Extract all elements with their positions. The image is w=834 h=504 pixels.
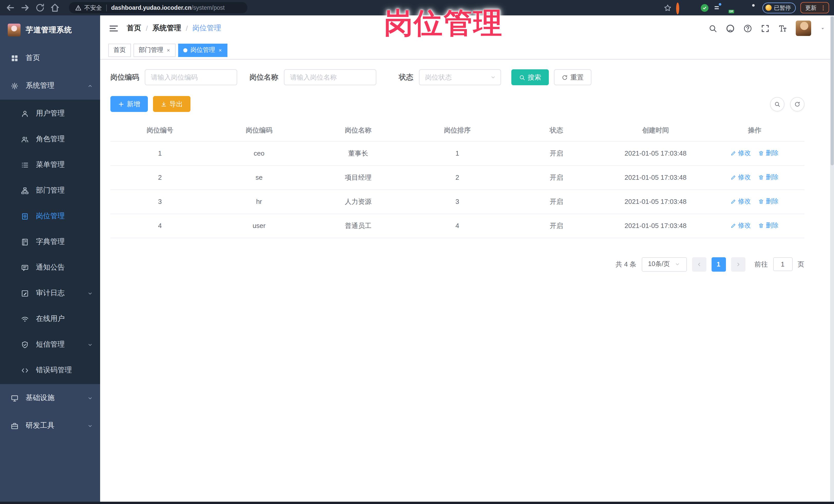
delete-link[interactable]: 删除 xyxy=(759,173,778,182)
sidebar-menu: 首页系统管理用户管理角色管理菜单管理部门管理岗位管理字典管理通知公告审计日志在线… xyxy=(0,44,100,440)
cell-actions: 修改删除 xyxy=(705,165,804,190)
post-name-input[interactable] xyxy=(284,69,376,85)
sidebar-item-dict-management[interactable]: 字典管理 xyxy=(0,229,100,255)
browser-update-button[interactable]: 更新 xyxy=(800,2,829,13)
trash-icon xyxy=(759,199,764,204)
sidebar-item-role-management[interactable]: 角色管理 xyxy=(0,126,100,152)
extension-gr-icon[interactable] xyxy=(725,4,733,12)
sidebar-item-error-code-management[interactable]: 错误码管理 xyxy=(0,357,100,383)
online-users-icon xyxy=(21,315,29,323)
cell-status: 开启 xyxy=(507,165,606,190)
sidebar-item-notice-announcement[interactable]: 通知公告 xyxy=(0,255,100,280)
browser-home-icon[interactable] xyxy=(50,3,60,13)
sidebar-item-menu-management[interactable]: 菜单管理 xyxy=(0,152,100,178)
font-size-icon[interactable] xyxy=(778,24,787,32)
help-icon[interactable] xyxy=(743,24,752,32)
sidebar-item-sms-management[interactable]: 短信管理 xyxy=(0,332,100,357)
cell-sort: 3 xyxy=(408,190,507,214)
sidebar-item-audit-log[interactable]: 审计日志 xyxy=(0,280,100,306)
sidebar-item-user-management[interactable]: 用户管理 xyxy=(0,101,100,126)
extension-leaf-icon[interactable] xyxy=(738,4,745,12)
sidebar-item-dept-management[interactable]: 部门管理 xyxy=(0,178,100,203)
tags-view-bar: 首页部门管理岗位管理 xyxy=(100,41,834,60)
scrollbar[interactable] xyxy=(830,16,834,501)
breadcrumb-item[interactable]: 系统管理 xyxy=(152,24,181,33)
next-page-button[interactable] xyxy=(731,257,745,271)
scrollbar-thumb[interactable] xyxy=(830,17,833,165)
sidebar-item-infrastructure[interactable]: 基础设施 xyxy=(0,384,100,412)
address-bar[interactable]: 不安全 dashboard.yudao.iocoder.cn/system/po… xyxy=(69,2,247,13)
github-icon[interactable] xyxy=(726,24,734,32)
close-tab-icon[interactable] xyxy=(218,48,222,52)
cell-code: hr xyxy=(210,190,309,214)
extensions-puzzle-icon[interactable] xyxy=(750,4,758,12)
close-tab-icon[interactable] xyxy=(166,48,171,52)
table-header-row: 岗位编号岗位编码岗位名称岗位排序状态创建时间操作 xyxy=(110,119,804,141)
export-button[interactable]: 导出 xyxy=(153,96,191,112)
cell-name: 普通员工 xyxy=(309,214,408,238)
header-search-icon[interactable] xyxy=(708,24,717,32)
sidebar-item-system-management[interactable]: 系统管理 xyxy=(0,72,100,100)
column-header: 岗位排序 xyxy=(408,119,507,141)
extension-donut-icon[interactable] xyxy=(676,4,684,12)
cell-created: 2021-01-05 17:03:48 xyxy=(606,165,705,190)
extension-check-icon[interactable] xyxy=(701,4,708,12)
sidebar-item-home[interactable]: 首页 xyxy=(0,44,100,72)
browser-menu-kebab-icon[interactable] xyxy=(820,4,826,11)
tab-post-management[interactable]: 岗位管理 xyxy=(178,43,227,57)
edit-link[interactable]: 修改 xyxy=(731,173,751,182)
prev-page-button[interactable] xyxy=(692,257,706,271)
add-button[interactable]: 新增 xyxy=(110,96,148,112)
goto-page-input[interactable] xyxy=(773,257,792,271)
avatar[interactable] xyxy=(795,21,811,36)
sidebar-item-dev-tools[interactable]: 研发工具 xyxy=(0,412,100,440)
status-select-placeholder: 岗位状态 xyxy=(425,73,452,82)
current-page-button[interactable]: 1 xyxy=(711,257,726,271)
paused-status-pill[interactable]: 已暂停 xyxy=(762,2,795,13)
refresh-table-button[interactable] xyxy=(790,97,804,111)
extension-sliders-icon[interactable] xyxy=(713,4,721,12)
post-code-input[interactable] xyxy=(145,69,237,85)
bookmark-star-icon[interactable] xyxy=(663,4,671,12)
tab-dept-management[interactable]: 部门管理 xyxy=(133,43,176,57)
page-size-select[interactable]: 10条/页 xyxy=(641,257,687,271)
url-text: dashboard.yudao.iocoder.cn/system/post xyxy=(111,5,225,11)
fullscreen-icon[interactable] xyxy=(761,24,769,32)
column-header: 状态 xyxy=(507,119,606,141)
sidebar-item-online-users[interactable]: 在线用户 xyxy=(0,306,100,332)
table-row: 4user普通员工4开启2021-01-05 17:03:48修改删除 xyxy=(110,214,804,238)
dict-management-icon xyxy=(21,238,29,246)
browser-back-icon[interactable] xyxy=(5,3,16,13)
browser-reload-icon[interactable] xyxy=(35,3,45,13)
extension-pin-icon[interactable] xyxy=(688,4,696,12)
breadcrumb-item[interactable]: 首页 xyxy=(127,24,141,33)
goto-label: 前往 xyxy=(754,260,768,269)
reset-button[interactable]: 重置 xyxy=(554,69,591,85)
status-select[interactable]: 岗位状态 xyxy=(419,69,501,85)
delete-link[interactable]: 删除 xyxy=(759,149,778,158)
not-secure-warning-icon xyxy=(75,4,82,11)
cell-id: 3 xyxy=(110,190,210,214)
edit-link[interactable]: 修改 xyxy=(731,197,751,206)
breadcrumb-separator: / xyxy=(146,24,148,32)
browser-forward-icon[interactable] xyxy=(20,3,30,13)
total-count: 共 4 条 xyxy=(616,260,636,269)
edit-link[interactable]: 修改 xyxy=(731,149,751,158)
breadcrumb-separator: / xyxy=(186,24,188,32)
delete-link[interactable]: 删除 xyxy=(759,197,778,206)
delete-link[interactable]: 删除 xyxy=(759,221,778,230)
table-toolbar: 新增 导出 xyxy=(110,96,824,112)
refresh-icon xyxy=(562,74,568,80)
chevron-down-icon xyxy=(87,423,93,429)
toggle-search-button[interactable] xyxy=(770,97,784,111)
edit-link[interactable]: 修改 xyxy=(731,221,751,230)
post-name-label: 岗位名称 xyxy=(249,73,278,82)
cell-name: 项目经理 xyxy=(309,165,408,190)
hamburger-icon[interactable] xyxy=(109,23,118,33)
avatar-caret-down-icon[interactable] xyxy=(820,25,825,31)
tab-home[interactable]: 首页 xyxy=(108,43,131,57)
search-button[interactable]: 搜索 xyxy=(511,69,549,85)
sidebar-item-post-management[interactable]: 岗位管理 xyxy=(0,203,100,229)
sms-management-icon xyxy=(21,341,29,348)
cell-created: 2021-01-05 17:03:48 xyxy=(606,214,705,238)
